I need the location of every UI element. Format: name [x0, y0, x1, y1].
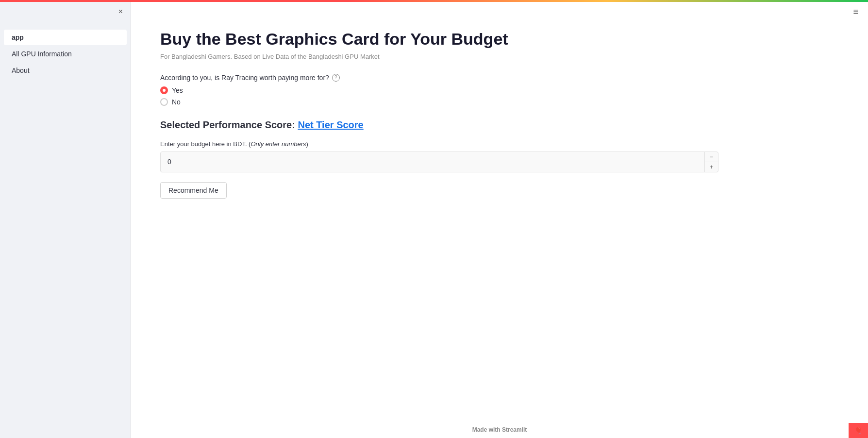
recommend-me-button[interactable]: Recommend Me — [160, 182, 227, 199]
sidebar-nav: appAll GPU InformationAbout — [0, 29, 131, 79]
performance-section: Selected Performance Score: Net Tier Sco… — [160, 119, 829, 131]
sidebar-item-app[interactable]: app — [4, 30, 127, 45]
radio-no-label[interactable]: No — [160, 98, 829, 106]
radio-yes-input[interactable] — [160, 86, 168, 94]
budget-input-wrapper: − + — [160, 152, 718, 172]
budget-decrement-button[interactable]: − — [705, 152, 718, 162]
streamlit-badge[interactable]: 🎈 — [849, 423, 868, 438]
budget-controls: − + — [704, 152, 718, 172]
page-title: Buy the Best Graphics Card for Your Budg… — [160, 29, 829, 49]
budget-increment-button[interactable]: + — [705, 162, 718, 172]
footer: Made with Streamlit — [131, 426, 868, 433]
budget-label: Enter your budget here in BDT. (Only ent… — [160, 140, 829, 148]
ray-tracing-radio-group: Yes No — [160, 86, 829, 106]
sidebar-item-all-gpu[interactable]: All GPU Information — [4, 46, 127, 62]
budget-input[interactable] — [161, 153, 704, 170]
radio-yes-text: Yes — [172, 86, 183, 94]
top-color-bar — [0, 0, 868, 2]
main-content: ≡ Buy the Best Graphics Card for Your Bu… — [131, 0, 868, 438]
ray-tracing-question: According to you, is Ray Tracing worth p… — [160, 74, 829, 82]
performance-label: Selected Performance Score: Net Tier Sco… — [160, 119, 829, 131]
sidebar: × appAll GPU InformationAbout — [0, 0, 131, 438]
footer-brand: Streamlit — [502, 426, 527, 433]
radio-no-input[interactable] — [160, 98, 168, 106]
menu-icon[interactable]: ≡ — [853, 7, 858, 17]
help-icon[interactable]: ? — [332, 74, 340, 82]
radio-yes-label[interactable]: Yes — [160, 86, 829, 94]
budget-label-em: Only enter numbers — [250, 140, 306, 148]
sidebar-item-about[interactable]: About — [4, 63, 127, 78]
page-subtitle: For Bangladeshi Gamers. Based on Live Da… — [160, 53, 829, 60]
radio-no-text: No — [172, 98, 181, 106]
net-tier-score-link[interactable]: Net Tier Score — [298, 119, 363, 130]
sidebar-close-button[interactable]: × — [118, 8, 123, 16]
